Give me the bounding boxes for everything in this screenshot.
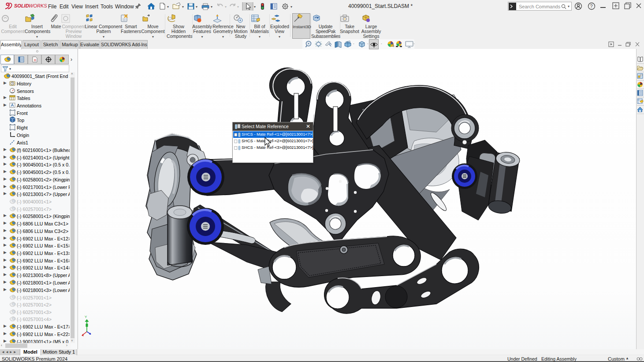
svg-text:?: ? [590, 4, 593, 9]
svg-text:▾: ▾ [167, 5, 169, 9]
svg-text:▾: ▾ [196, 5, 197, 9]
svg-text:▾: ▾ [211, 5, 212, 9]
svg-text:▾: ▾ [237, 5, 239, 9]
svg-text:▾: ▾ [182, 5, 184, 9]
svg-text:B: B [34, 58, 36, 62]
svg-text:WORKS: WORKS [29, 3, 47, 8]
svg-text:▾: ▾ [290, 5, 292, 9]
svg-text:Y: Y [85, 315, 87, 319]
svg-text:SOLID: SOLID [14, 3, 29, 8]
svg-text:▾: ▾ [254, 5, 256, 9]
svg-text:▾: ▾ [225, 5, 227, 9]
